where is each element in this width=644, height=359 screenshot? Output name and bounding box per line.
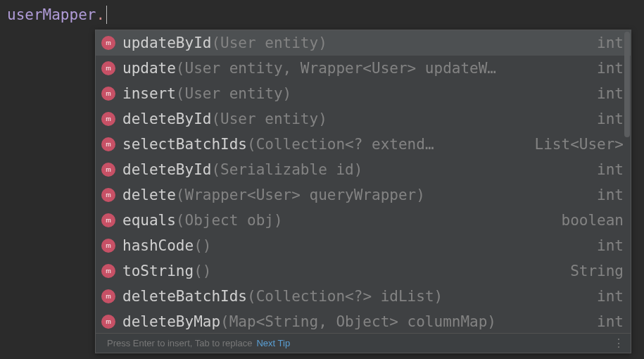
method-return-type: boolean xyxy=(561,212,624,229)
completion-item[interactable]: minsert(User entity)int xyxy=(96,81,631,106)
next-tip-link[interactable]: Next Tip xyxy=(256,338,290,348)
method-icon: m xyxy=(101,289,115,303)
method-icon: m xyxy=(101,163,115,177)
method-params: () xyxy=(194,237,586,254)
footer-hint-text: Press Enter to insert, Tab to replace xyxy=(107,338,252,348)
code-variable: userMapper xyxy=(7,6,96,23)
svg-text:m: m xyxy=(106,115,111,122)
completion-item[interactable]: mequals(Object obj)boolean xyxy=(96,208,631,233)
method-params: (User entity) xyxy=(211,111,586,127)
svg-text:m: m xyxy=(106,65,111,72)
method-return-type: int xyxy=(597,111,624,127)
method-name: updateById xyxy=(122,34,211,51)
method-name: insert xyxy=(122,85,176,102)
text-cursor xyxy=(106,6,107,24)
method-return-type: int xyxy=(597,313,624,330)
method-icon: m xyxy=(101,213,115,227)
method-params: (Collection<? extend… xyxy=(247,136,524,153)
method-return-type: List<User> xyxy=(535,136,624,153)
method-params: (User entity) xyxy=(211,34,586,51)
code-dot: . xyxy=(96,6,105,23)
completion-item[interactable]: mdeleteBatchIds(Collection<?> idList)int xyxy=(96,284,631,309)
code-completion-popup: mupdateById(User entity)intmupdate(User … xyxy=(95,30,631,353)
svg-text:m: m xyxy=(106,217,111,224)
popup-footer: Press Enter to insert, Tab to replace Ne… xyxy=(96,333,631,353)
method-return-type: int xyxy=(597,85,624,102)
completion-item[interactable]: mdelete(Wrapper<User> queryWrapper)int xyxy=(96,182,631,208)
completion-item[interactable]: mdeleteByMap(Map<String, Object> columnM… xyxy=(96,309,631,333)
more-icon[interactable]: ⋮ xyxy=(613,336,624,350)
svg-text:m: m xyxy=(106,90,111,97)
method-icon: m xyxy=(101,137,115,151)
svg-text:m: m xyxy=(106,39,111,46)
scrollbar-thumb[interactable] xyxy=(624,32,630,137)
method-name: hashCode xyxy=(122,237,194,254)
completion-item[interactable]: mdeleteById(Serializable id)int xyxy=(96,157,631,182)
completion-item[interactable]: mhashCode()int xyxy=(96,233,631,258)
svg-text:m: m xyxy=(106,318,111,325)
method-icon: m xyxy=(101,264,115,278)
method-icon: m xyxy=(101,188,115,202)
method-params: (Wrapper<User> queryWrapper) xyxy=(176,187,586,203)
method-return-type: int xyxy=(597,237,624,254)
method-name: selectBatchIds xyxy=(122,136,247,153)
method-name: deleteById xyxy=(122,161,211,178)
svg-text:m: m xyxy=(106,166,111,173)
method-icon: m xyxy=(101,61,115,75)
method-return-type: int xyxy=(597,161,624,178)
method-icon: m xyxy=(101,315,115,329)
method-params: (Object obj) xyxy=(176,212,550,229)
method-return-type: int xyxy=(597,60,624,77)
method-params: (Map<String, Object> columnMap) xyxy=(220,313,586,330)
method-params: (Collection<?> idList) xyxy=(247,288,586,305)
svg-text:m: m xyxy=(106,141,111,148)
method-params: (User entity) xyxy=(176,85,586,102)
method-params: () xyxy=(194,263,559,279)
method-name: toString xyxy=(122,263,194,279)
svg-text:m: m xyxy=(106,267,111,275)
svg-text:m: m xyxy=(106,293,111,300)
method-params: (Serializable id) xyxy=(211,161,586,178)
method-params: (User entity, Wrapper<User> updateW… xyxy=(176,60,586,77)
method-icon: m xyxy=(101,87,115,101)
svg-text:m: m xyxy=(106,242,111,249)
method-icon: m xyxy=(101,112,115,126)
method-name: update xyxy=(122,60,176,77)
completion-item[interactable]: mupdate(User entity, Wrapper<User> updat… xyxy=(96,56,631,81)
method-icon: m xyxy=(101,36,115,50)
method-name: deleteById xyxy=(122,111,211,127)
method-return-type: int xyxy=(597,34,624,51)
completion-item[interactable]: mupdateById(User entity)int xyxy=(96,30,631,56)
method-name: delete xyxy=(122,187,176,203)
method-name: equals xyxy=(122,212,176,229)
completion-list[interactable]: mupdateById(User entity)intmupdate(User … xyxy=(96,30,631,333)
svg-text:m: m xyxy=(106,191,111,199)
scrollbar-track[interactable] xyxy=(624,30,631,333)
completion-item[interactable]: mtoString()String xyxy=(96,258,631,284)
editor-code-line[interactable]: userMapper . xyxy=(0,0,644,30)
method-name: deleteByMap xyxy=(122,313,220,330)
method-return-type: int xyxy=(597,187,624,203)
completion-item[interactable]: mdeleteById(User entity)int xyxy=(96,106,631,132)
method-name: deleteBatchIds xyxy=(122,288,247,305)
completion-item[interactable]: mselectBatchIds(Collection<? extend…List… xyxy=(96,132,631,157)
method-return-type: int xyxy=(597,288,624,305)
method-icon: m xyxy=(101,239,115,253)
method-return-type: String xyxy=(570,263,624,279)
